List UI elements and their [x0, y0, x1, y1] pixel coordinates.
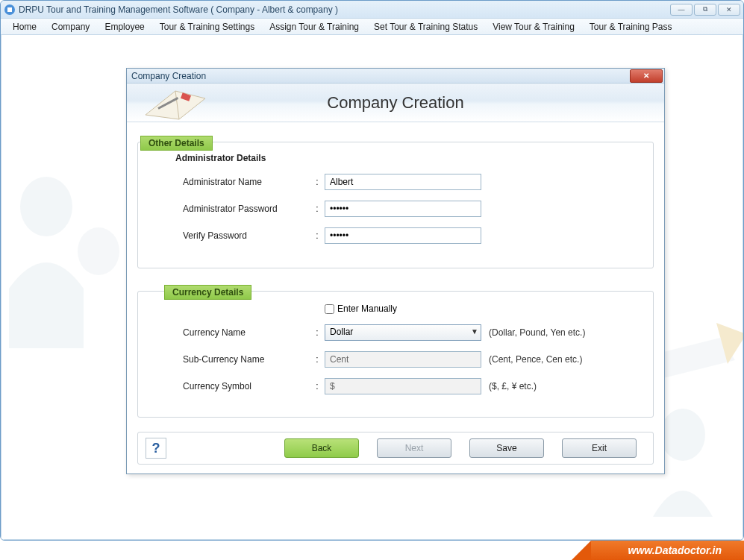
menu-assign-tour-training[interactable]: Assign Tour & Training — [262, 20, 366, 34]
notebook-icon — [134, 84, 216, 122]
currency-name-row: Currency Name : Dollar ▼ (Dollar, Pound,… — [183, 324, 638, 341]
save-button[interactable]: Save — [469, 438, 544, 458]
window-title: DRPU Tour and Training Management Softwa… — [19, 4, 670, 15]
company-creation-dialog: Company Creation ✕ Company Creation Othe… — [126, 68, 665, 474]
menu-pass[interactable]: Tour & Training Pass — [582, 20, 680, 34]
other-details-badge: Other Details — [140, 136, 213, 151]
menu-employee[interactable]: Employee — [97, 20, 151, 34]
currency-symbol-label: Currency Symbol — [183, 381, 310, 391]
admin-password-label: Administrator Password — [183, 204, 310, 214]
admin-name-label: Administrator Name — [183, 177, 310, 187]
exit-button[interactable]: Exit — [562, 438, 637, 458]
menu-home[interactable]: Home — [5, 20, 44, 34]
dialog-header: Company Creation — [127, 84, 664, 122]
svg-point-3 — [78, 227, 119, 275]
menu-tour-training-settings[interactable]: Tour & Training Settings — [152, 20, 262, 34]
admin-password-input[interactable] — [325, 201, 481, 217]
admin-password-row: Administrator Password : — [183, 201, 638, 217]
maximize-button[interactable]: ⧉ — [694, 4, 716, 16]
back-button[interactable]: Back — [284, 438, 359, 458]
application-window: DRPU Tour and Training Management Softwa… — [0, 0, 744, 541]
dialog-close-button[interactable]: ✕ — [630, 69, 663, 83]
titlebar: DRPU Tour and Training Management Softwa… — [1, 1, 743, 19]
background-illustration-left — [0, 139, 136, 363]
currency-details-group: Enter Manually Currency Name : Dollar ▼ … — [137, 291, 654, 418]
currency-symbol-input — [325, 378, 481, 394]
help-button[interactable]: ? — [146, 438, 166, 459]
footer-url: www.Datadoctor.in — [628, 544, 722, 556]
enter-manually-label: Enter Manually — [337, 303, 397, 314]
footer-strip: www.Datadoctor.in — [591, 541, 745, 560]
menu-company[interactable]: Company — [44, 20, 97, 34]
other-details-group: Administrator Details Administrator Name… — [137, 142, 654, 268]
verify-password-label: Verify Password — [183, 230, 310, 241]
next-button: Next — [377, 438, 451, 458]
admin-details-label: Administrator Details — [175, 153, 638, 163]
svg-rect-1 — [7, 7, 12, 12]
menu-view[interactable]: View Tour & Training — [485, 20, 582, 34]
dialog-body: Other Details Administrator Details Admi… — [127, 122, 664, 421]
app-icon — [4, 4, 16, 16]
currency-details-badge: Currency Details — [164, 285, 251, 300]
enter-manually-checkbox[interactable] — [325, 304, 334, 314]
sub-currency-hint: (Cent, Pence, Cen etc.) — [489, 354, 582, 365]
minimize-button[interactable]: — — [670, 4, 693, 16]
currency-symbol-hint: ($, £, ¥ etc.) — [489, 381, 537, 391]
window-controls: — ⧉ ✕ — [670, 4, 740, 16]
enter-manually-row: Enter Manually — [325, 303, 638, 314]
dialog-titlebar: Company Creation ✕ — [127, 69, 664, 84]
menu-set-status[interactable]: Set Tour & Training Status — [366, 20, 485, 34]
svg-point-2 — [20, 177, 72, 236]
dialog-header-title: Company Creation — [327, 93, 463, 113]
menu-bar: Home Company Employee Tour & Training Se… — [1, 19, 743, 35]
currency-name-label: Currency Name — [183, 327, 310, 338]
sub-currency-row: Sub-Currency Name : (Cent, Pence, Cen et… — [183, 351, 638, 368]
button-bar: ? Back Next Save Exit — [137, 432, 654, 465]
currency-name-select[interactable]: Dollar — [325, 324, 481, 341]
verify-password-row: Verify Password : — [183, 227, 638, 244]
dialog-title: Company Creation — [131, 71, 206, 81]
sub-currency-label: Sub-Currency Name — [183, 354, 310, 365]
svg-point-4 — [660, 409, 705, 461]
admin-name-row: Administrator Name : — [183, 174, 638, 190]
close-button[interactable]: ✕ — [718, 4, 740, 16]
sub-currency-input — [325, 351, 481, 368]
currency-symbol-row: Currency Symbol : ($, £, ¥ etc.) — [183, 378, 638, 394]
currency-name-hint: (Dollar, Pound, Yen etc.) — [489, 327, 585, 338]
verify-password-input[interactable] — [325, 227, 481, 244]
admin-name-input[interactable] — [325, 174, 481, 190]
